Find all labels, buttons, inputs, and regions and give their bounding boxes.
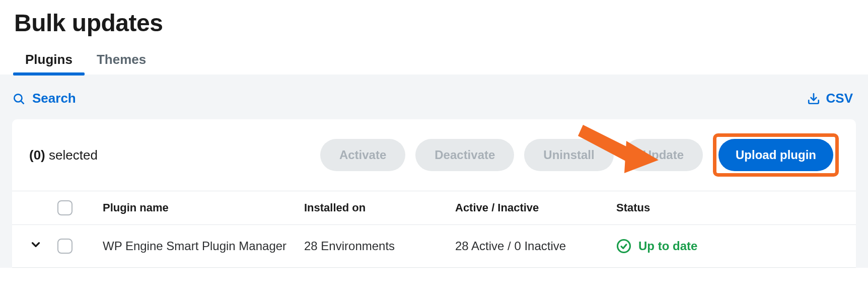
header-installed-on: Installed on bbox=[304, 201, 455, 214]
actionbar: (0) selected Activate Deactivate Uninsta… bbox=[12, 119, 856, 191]
tabs: Plugins Themes bbox=[0, 37, 868, 74]
uninstall-button[interactable]: Uninstall bbox=[524, 139, 613, 171]
row-expand-toggle[interactable] bbox=[29, 238, 57, 254]
page-title: Bulk updates bbox=[14, 9, 854, 37]
chevron-down-icon bbox=[29, 238, 42, 251]
svg-point-3 bbox=[618, 240, 630, 253]
cell-installed-on: 28 Environments bbox=[304, 239, 455, 253]
svg-line-1 bbox=[21, 101, 24, 103]
page-header: Bulk updates bbox=[0, 0, 868, 37]
search-button[interactable]: Search bbox=[12, 91, 76, 106]
cell-status: Up to date bbox=[616, 239, 839, 254]
panel: Search CSV (0) selected Activate Deactiv… bbox=[0, 74, 868, 268]
cell-active-inactive: 28 Active / 0 Inactive bbox=[455, 239, 616, 253]
check-circle-icon bbox=[616, 239, 631, 254]
search-icon bbox=[12, 92, 25, 105]
header-plugin-name: Plugin name bbox=[103, 201, 304, 214]
deactivate-button[interactable]: Deactivate bbox=[415, 139, 514, 171]
search-label: Search bbox=[32, 91, 76, 106]
card: (0) selected Activate Deactivate Uninsta… bbox=[12, 119, 856, 268]
selected-count-number: (0) bbox=[29, 147, 45, 163]
download-icon bbox=[807, 92, 820, 105]
header-active-inactive: Active / Inactive bbox=[455, 201, 616, 214]
csv-export-button[interactable]: CSV bbox=[807, 91, 853, 106]
table-header: Plugin name Installed on Active / Inacti… bbox=[12, 191, 856, 225]
row-checkbox[interactable] bbox=[57, 239, 73, 254]
update-button[interactable]: Update bbox=[624, 139, 703, 171]
col-check bbox=[57, 200, 103, 215]
tab-themes[interactable]: Themes bbox=[97, 52, 146, 74]
csv-label: CSV bbox=[826, 91, 853, 106]
toolbar: Search CSV bbox=[12, 89, 856, 119]
annotation-highlight: Upload plugin bbox=[713, 133, 839, 177]
tab-plugins[interactable]: Plugins bbox=[25, 52, 73, 74]
select-all-checkbox[interactable] bbox=[57, 200, 73, 215]
header-status: Status bbox=[616, 201, 839, 214]
row-check bbox=[57, 239, 103, 254]
status-badge: Up to date bbox=[616, 239, 697, 254]
cell-plugin-name: WP Engine Smart Plugin Manager bbox=[103, 239, 304, 253]
status-text: Up to date bbox=[638, 239, 697, 253]
activate-button[interactable]: Activate bbox=[320, 139, 405, 171]
table-row: WP Engine Smart Plugin Manager 28 Enviro… bbox=[12, 225, 856, 268]
selected-count: (0) selected bbox=[29, 147, 310, 163]
selected-count-label: selected bbox=[49, 147, 98, 163]
upload-plugin-button[interactable]: Upload plugin bbox=[718, 139, 833, 171]
